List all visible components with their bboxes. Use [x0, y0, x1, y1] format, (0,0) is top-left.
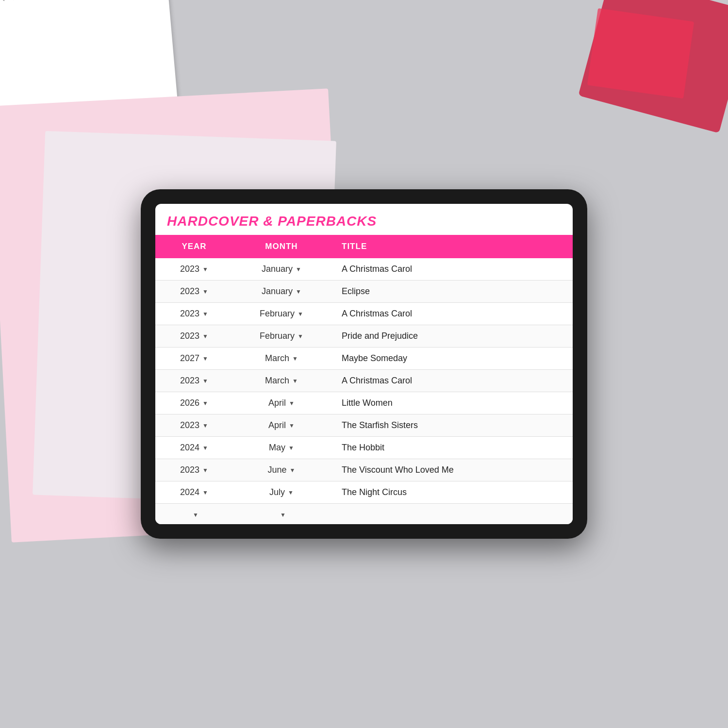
- year-dropdown-arrow[interactable]: ▼: [202, 445, 208, 451]
- cell-year-9[interactable]: 2023▼: [155, 459, 233, 481]
- year-column-header: YEAR: [155, 235, 233, 258]
- books-table: YEAR MONTH TITLE 2023▼January▼A Christma…: [155, 235, 573, 524]
- month-dropdown-arrow[interactable]: ▼: [289, 400, 295, 407]
- cell-month-10[interactable]: July▼: [233, 481, 330, 504]
- tablet-screen: HARDCOVER & PAPERBACKS YEAR MONTH TITLE …: [155, 204, 573, 524]
- month-dropdown-arrow[interactable]: ▼: [289, 422, 295, 429]
- table-row: 2027▼March▼Maybe Someday: [155, 347, 573, 370]
- cell-month-7[interactable]: April▼: [233, 414, 330, 437]
- month-dropdown-arrow[interactable]: ▼: [298, 311, 303, 317]
- table-row: 2023▼January▼A Christmas Carol: [155, 258, 573, 281]
- cell-title-1: Eclipse: [330, 281, 573, 303]
- cell-month-8[interactable]: May▼: [233, 437, 330, 459]
- cell-year-3[interactable]: 2023▼: [155, 325, 233, 347]
- cell-title-2: A Christmas Carol: [330, 303, 573, 325]
- cell-month-2[interactable]: February▼: [233, 303, 330, 325]
- spreadsheet-table-container: YEAR MONTH TITLE 2023▼January▼A Christma…: [155, 235, 573, 524]
- month-dropdown-arrow-empty[interactable]: ▼: [280, 512, 286, 518]
- table-row: 2023▼February▼A Christmas Carol: [155, 303, 573, 325]
- month-dropdown-arrow[interactable]: ▼: [298, 333, 303, 340]
- year-dropdown-arrow[interactable]: ▼: [202, 311, 208, 317]
- table-header-row: YEAR MONTH TITLE: [155, 235, 573, 258]
- title-column-header: TITLE: [330, 235, 573, 258]
- month-dropdown-arrow[interactable]: ▼: [292, 355, 298, 362]
- table-row: 2023▼February▼Pride and Prejudice: [155, 325, 573, 347]
- year-dropdown-arrow[interactable]: ▼: [202, 333, 208, 340]
- cell-title-7: The Starfish Sisters: [330, 414, 573, 437]
- cell-title-9: The Viscount Who Loved Me: [330, 459, 573, 481]
- cell-year-11[interactable]: ▼: [155, 504, 233, 525]
- cell-year-10[interactable]: 2024▼: [155, 481, 233, 504]
- cell-year-4[interactable]: 2027▼: [155, 347, 233, 370]
- cell-title-8: The Hobbit: [330, 437, 573, 459]
- year-dropdown-arrow-empty[interactable]: ▼: [193, 512, 199, 518]
- cell-title-5: A Christmas Carol: [330, 370, 573, 392]
- cell-title-10: The Night Circus: [330, 481, 573, 504]
- cell-title-4: Maybe Someday: [330, 347, 573, 370]
- cell-year-6[interactable]: 2026▼: [155, 392, 233, 414]
- table-row: 2023▼March▼A Christmas Carol: [155, 370, 573, 392]
- cell-title-6: Little Women: [330, 392, 573, 414]
- cell-year-1[interactable]: 2023▼: [155, 281, 233, 303]
- cell-year-5[interactable]: 2023▼: [155, 370, 233, 392]
- year-dropdown-arrow[interactable]: ▼: [202, 378, 208, 384]
- month-dropdown-arrow[interactable]: ▼: [288, 489, 294, 496]
- table-row: 2024▼May▼The Hobbit: [155, 437, 573, 459]
- table-row: 2026▼April▼Little Women: [155, 392, 573, 414]
- table-row: ▼▼: [155, 504, 573, 525]
- cell-month-0[interactable]: January▼: [233, 258, 330, 281]
- month-dropdown-arrow[interactable]: ▼: [290, 467, 296, 474]
- cell-title-11: [330, 504, 573, 525]
- cell-title-0: A Christmas Carol: [330, 258, 573, 281]
- year-dropdown-arrow[interactable]: ▼: [202, 288, 208, 295]
- cell-month-9[interactable]: June▼: [233, 459, 330, 481]
- year-dropdown-arrow[interactable]: ▼: [202, 355, 208, 362]
- table-row: 2023▼June▼The Viscount Who Loved Me: [155, 459, 573, 481]
- cell-title-3: Pride and Prejudice: [330, 325, 573, 347]
- year-dropdown-arrow[interactable]: ▼: [202, 422, 208, 429]
- cell-year-2[interactable]: 2023▼: [155, 303, 233, 325]
- table-row: 2023▼January▼Eclipse: [155, 281, 573, 303]
- red-decoration-2: [587, 8, 694, 99]
- year-dropdown-arrow[interactable]: ▼: [202, 489, 208, 496]
- year-dropdown-arrow[interactable]: ▼: [202, 467, 208, 474]
- tablet-device: HARDCOVER & PAPERBACKS YEAR MONTH TITLE …: [141, 189, 587, 539]
- month-dropdown-arrow[interactable]: ▼: [292, 378, 298, 384]
- cell-year-0[interactable]: 2023▼: [155, 258, 233, 281]
- cell-month-1[interactable]: January▼: [233, 281, 330, 303]
- table-row: 2023▼April▼The Starfish Sisters: [155, 414, 573, 437]
- cell-month-5[interactable]: March▼: [233, 370, 330, 392]
- cell-month-3[interactable]: February▼: [233, 325, 330, 347]
- cell-month-6[interactable]: April▼: [233, 392, 330, 414]
- table-row: 2024▼July▼The Night Circus: [155, 481, 573, 504]
- spreadsheet-title: HARDCOVER & PAPERBACKS: [155, 204, 573, 235]
- cell-year-8[interactable]: 2024▼: [155, 437, 233, 459]
- month-dropdown-arrow[interactable]: ▼: [296, 266, 301, 273]
- cell-year-7[interactable]: 2023▼: [155, 414, 233, 437]
- year-dropdown-arrow[interactable]: ▼: [202, 400, 208, 407]
- month-column-header: MONTH: [233, 235, 330, 258]
- cell-month-11[interactable]: ▼: [233, 504, 330, 525]
- month-dropdown-arrow[interactable]: ▼: [296, 288, 301, 295]
- year-dropdown-arrow[interactable]: ▼: [202, 266, 208, 273]
- month-dropdown-arrow[interactable]: ▼: [288, 445, 294, 451]
- cell-month-4[interactable]: March▼: [233, 347, 330, 370]
